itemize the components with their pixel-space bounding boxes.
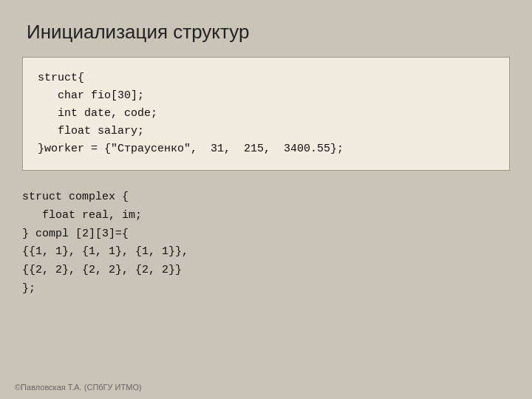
code-plain-line-6: }; [22,280,510,299]
page-title: Инициализация структур [0,0,532,57]
code-plain-line-1: struct complex { [22,188,510,207]
code-plain-line-3: } compl [2][3]={ [22,225,510,244]
code-box-line-4: float salary; [38,123,494,140]
code-box-line-1: struct{ [38,69,494,87]
code-plain: struct complex { float real, im; } compl… [22,188,510,299]
code-plain-line-2: float real, im; [22,207,510,225]
code-plain-line-5: {{2, 2}, {2, 2}, {2, 2}} [22,262,510,280]
code-box-line-3: int date, code; [38,105,494,123]
code-box-line-5: }worker = {"Страусенко", 31, 215, 3400.5… [38,140,494,158]
footer: ©Павловская Т.А. (СПбГУ ИТМО) [15,383,142,392]
code-box-line-2: char fio[30]; [38,87,494,105]
code-box: struct{ char fio[30]; int date, code; fl… [22,57,510,171]
code-plain-line-4: {{1, 1}, {1, 1}, {1, 1}}, [22,243,510,262]
